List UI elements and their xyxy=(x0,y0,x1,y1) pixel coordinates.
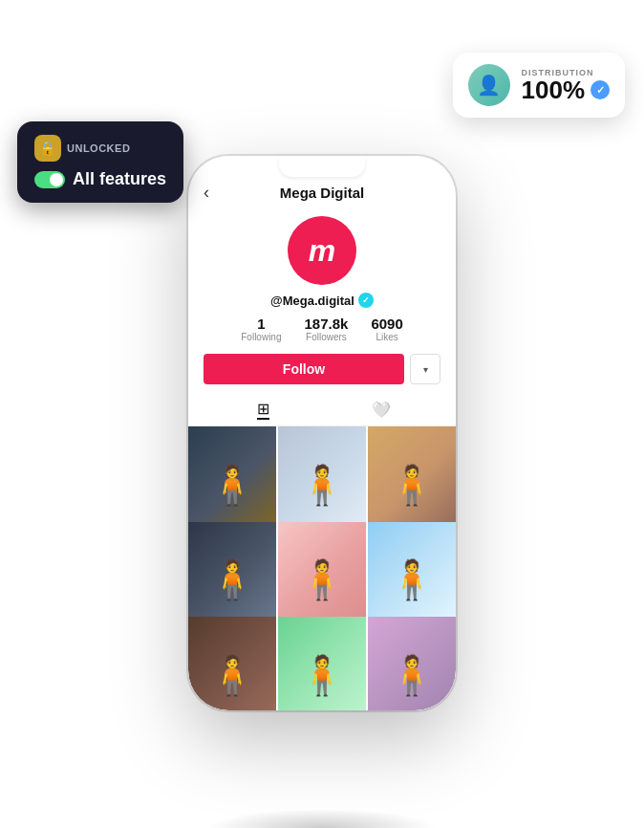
likes-label: Likes xyxy=(376,332,397,342)
tab-grid[interactable]: ⊞ xyxy=(204,394,322,425)
distribution-check-icon: ✓ xyxy=(590,80,610,99)
profile-section: m @Mega.digital ✓ xyxy=(188,208,456,316)
unlocked-label: 🔒 UNLOCKED xyxy=(34,135,166,162)
follow-button[interactable]: Follow xyxy=(204,354,404,384)
features-row: All features xyxy=(34,169,166,189)
stats-row: 1 Following 187.8k Followers 6090 Likes xyxy=(188,316,456,342)
follow-row: Follow ▾ xyxy=(188,354,456,384)
heart-icon: 🤍 xyxy=(372,401,391,419)
username-row: @Mega.digital ✓ xyxy=(270,293,374,308)
dropdown-button[interactable]: ▾ xyxy=(410,354,440,384)
features-text: All features xyxy=(73,169,166,189)
grid-cell-7[interactable]: 🧍 ▷ 0 xyxy=(188,617,276,710)
profile-title: Mega Digital xyxy=(280,185,364,201)
distribution-card: 👤 DISTRIBUTION 100% ✓ xyxy=(453,53,626,118)
chevron-down-icon: ▾ xyxy=(423,364,428,375)
phone-notch xyxy=(279,156,365,177)
username: @Mega.digital xyxy=(270,294,354,308)
distribution-value-row: 100% ✓ xyxy=(522,77,611,102)
phone-shadow xyxy=(207,809,437,828)
likes-value: 6090 xyxy=(371,316,402,332)
back-button[interactable]: ‹ xyxy=(204,183,209,203)
grid-cell-8[interactable]: 🧍 ▷ 0 xyxy=(278,617,366,710)
stat-likes: 6090 Likes xyxy=(371,316,402,342)
video-grid: 🧍 ▷ 0 🧍 ▷ 0 🧍 ▷ 0 xyxy=(188,426,456,710)
lock-icon: 🔒 xyxy=(34,135,61,162)
followers-label: Followers xyxy=(306,332,347,342)
person-icon: 👤 xyxy=(477,74,501,97)
profile-avatar: m xyxy=(288,216,356,285)
tabs-row: ⊞ 🤍 xyxy=(188,394,456,426)
following-value: 1 xyxy=(257,316,265,332)
distribution-avatar: 👤 xyxy=(468,64,510,106)
verified-badge: ✓ xyxy=(358,293,374,308)
unlocked-card: 🔒 UNLOCKED All features xyxy=(17,121,183,203)
grid-icon: ⊞ xyxy=(257,400,269,420)
grid-cell-9[interactable]: 🧍 ▷ 0 xyxy=(368,617,456,710)
toggle-switch[interactable] xyxy=(34,171,65,188)
distribution-value: 100% xyxy=(522,77,586,102)
distribution-info: DISTRIBUTION 100% ✓ xyxy=(522,68,611,102)
phone-shell: ‹ Mega Digital m @Mega.digital ✓ 1 Follo… xyxy=(188,156,456,710)
stat-followers: 187.8k Followers xyxy=(304,316,348,342)
followers-value: 187.8k xyxy=(304,316,348,332)
phone-screen: ‹ Mega Digital m @Mega.digital ✓ 1 Follo… xyxy=(188,156,456,710)
thumbnail-9: 🧍 xyxy=(368,617,456,710)
following-label: Following xyxy=(241,332,281,342)
avatar-letter: m xyxy=(309,233,335,269)
thumbnail-7: 🧍 xyxy=(188,617,276,710)
thumbnail-8: 🧍 xyxy=(278,617,366,710)
tab-liked[interactable]: 🤍 xyxy=(322,394,440,425)
stat-following: 1 Following xyxy=(241,316,281,342)
